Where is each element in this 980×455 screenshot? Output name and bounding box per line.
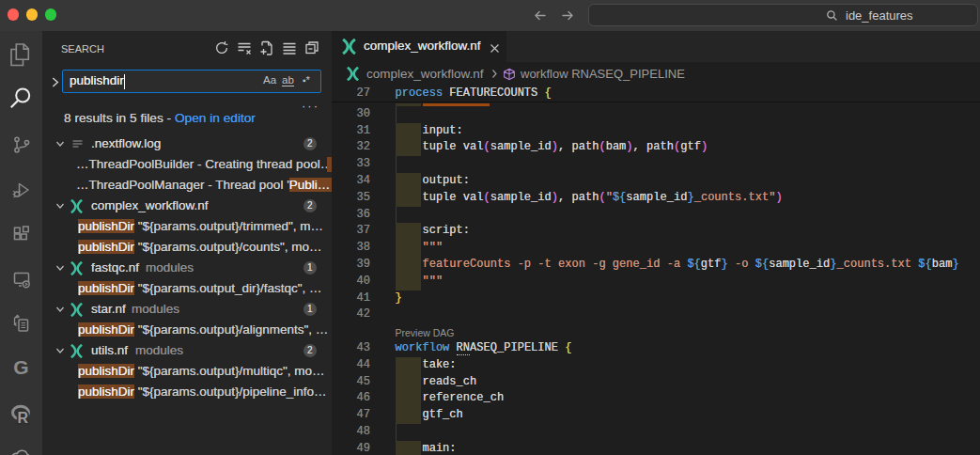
svg-text:R: R: [17, 410, 28, 426]
